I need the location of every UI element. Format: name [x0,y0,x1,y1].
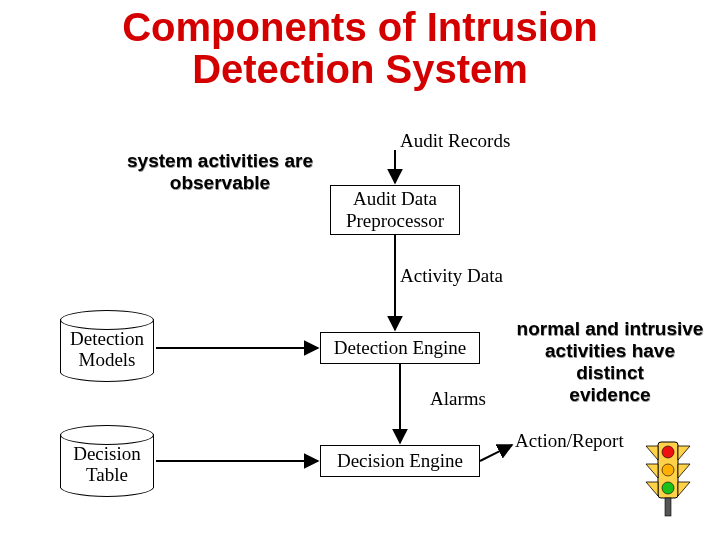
label-alarms: Alarms [430,388,486,410]
box-detection-engine: Detection Engine [320,332,480,364]
svg-point-1 [662,446,674,458]
page-title: Components of Intrusion Detection System [0,6,720,90]
svg-line-10 [480,445,512,461]
label-action-report: Action/Report [515,430,624,452]
svg-point-3 [662,482,674,494]
cylinder-decision-table: DecisionTable [60,425,154,497]
svg-rect-4 [665,498,671,516]
traffic-light-icon [640,438,696,518]
svg-point-2 [662,464,674,476]
annotation-evidence: normal and intrusiveactivities have dist… [510,318,710,405]
box-decision-engine: Decision Engine [320,445,480,477]
cylinder-detection-models: DetectionModels [60,310,154,382]
label-activity-data: Activity Data [400,265,503,287]
label-audit-records: Audit Records [400,130,510,152]
annotation-observable: system activities areobservable [110,150,330,194]
box-audit-preprocessor: Audit DataPreprocessor [330,185,460,235]
